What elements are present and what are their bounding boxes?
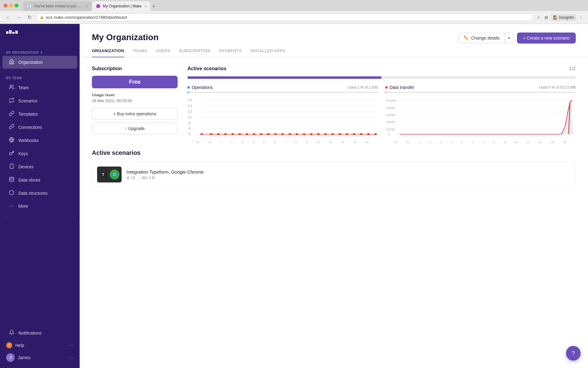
keys-icon [9, 150, 15, 157]
svg-point-38 [303, 133, 305, 135]
operations-dot [187, 86, 190, 89]
tab-close-invited[interactable]: ✕ [85, 5, 88, 8]
sidebar-item-webhooks[interactable]: Webhooks [2, 134, 77, 147]
incognito-icon: 🕵 [553, 15, 558, 20]
forward-button[interactable]: → [15, 14, 23, 21]
svg-text:0: 0 [388, 133, 390, 136]
svg-point-25 [210, 133, 213, 135]
sidebar-item-organization[interactable]: Organization [2, 56, 77, 69]
tab-installed-apps[interactable]: INSTALLED APPS [250, 48, 285, 57]
sidebar-org-dropdown-icon[interactable]: ▼ [40, 51, 43, 54]
tab-payments[interactable]: PAYMENTS [219, 48, 242, 57]
sidebar-item-templates[interactable]: Templates [2, 108, 77, 121]
menu-button[interactable]: ⋮ [578, 14, 584, 21]
data-structures-icon [9, 190, 15, 197]
scenario-stats: ⚙ 15 ↓ 961.0 B [126, 176, 204, 180]
lock-icon: 🔒 [40, 15, 44, 19]
svg-text:1000B: 1000B [385, 99, 396, 102]
subscription-title: Subscription [92, 66, 178, 71]
sidebar-item-help[interactable]: ? Help ⋯ [0, 340, 80, 351]
sidebar-item-more-label: More [18, 204, 28, 209]
tab-make[interactable]: 🟣 My Organization | Make ✕ [92, 1, 150, 11]
templates-icon [9, 111, 15, 117]
svg-rect-3 [15, 31, 18, 34]
webhooks-icon [9, 137, 15, 144]
sidebar-item-scenarios[interactable]: Scenarios [2, 94, 77, 107]
svg-marker-61 [400, 101, 574, 134]
sidebar-item-keys[interactable]: Keys [2, 147, 77, 160]
usage-reset-label: Usage reset [92, 93, 178, 97]
sidebar-item-webhooks-label: Webhooks [18, 138, 39, 143]
tab-close-make[interactable]: ✕ [144, 5, 147, 8]
address-bar[interactable]: 🔒 eu1.make.com/organization/17480/dashbo… [36, 13, 533, 21]
svg-point-32 [260, 133, 262, 135]
active-scenarios-progress-fill [187, 76, 382, 79]
sidebar-bottom: Notifications ? Help ⋯ J James ⋯ [0, 324, 80, 368]
tab-subscription[interactable]: SUBSCRIPTION [179, 48, 211, 57]
bookmark-button[interactable]: ☆ [536, 14, 542, 21]
maximize-window-button[interactable] [15, 4, 18, 7]
data-transfer-progress-bar [385, 92, 576, 93]
toolbar-actions: ☆ ⊞ 🕵 Incognito ⋮ [536, 14, 584, 21]
data-transfer-header: Data transfer Used 0 % of 512.0 MB [385, 85, 576, 90]
svg-point-44 [345, 133, 348, 135]
change-details-button[interactable]: ✏️ Change details [458, 33, 505, 43]
ops-icon: ⚙ [126, 176, 130, 180]
header-actions: ✏️ Change details ▾ + Create a new scena… [458, 33, 576, 44]
svg-point-42 [331, 133, 334, 135]
sidebar-item-more[interactable]: ⋯ More [2, 200, 77, 212]
sidebar-item-keys-label: Keys [18, 151, 28, 156]
notifications-icon [9, 330, 15, 336]
help-menu-button[interactable]: ⋯ [69, 343, 74, 348]
change-details-dropdown-button[interactable]: ▾ [505, 33, 513, 43]
tab-invited[interactable]: 📧 You've been invited to join My... ✕ [23, 1, 92, 11]
back-button[interactable]: ← [4, 14, 12, 21]
sidebar-item-connections[interactable]: Connections [2, 121, 77, 134]
scenarios-icon [9, 98, 15, 104]
connections-icon [9, 124, 15, 131]
new-tab-button[interactable]: + [151, 2, 157, 11]
main-content: My Organization ✏️ Change details ▾ + Cr… [80, 24, 588, 368]
extensions-button[interactable]: ⊞ [543, 14, 549, 21]
svg-text:600B: 600B [386, 113, 395, 117]
incognito-button[interactable]: 🕵 Incognito [551, 14, 576, 21]
svg-point-26 [217, 133, 220, 135]
logo-mark [6, 30, 74, 41]
sidebar-item-data-stores[interactable]: Data stores [2, 174, 77, 186]
close-window-button[interactable] [4, 4, 7, 7]
sidebar-item-notifications[interactable]: Notifications [2, 327, 77, 339]
traffic-lights [4, 4, 18, 7]
svg-point-30 [246, 133, 248, 135]
active-scenarios-metric-title: Active scenarios [187, 66, 226, 71]
svg-text:400B: 400B [386, 121, 395, 124]
svg-point-46 [360, 133, 363, 135]
active-scenarios-title: Active scenarios [92, 149, 576, 156]
svg-text:12: 12 [187, 110, 192, 113]
support-fab[interactable]: ? [566, 346, 581, 361]
edit-icon: ✏️ [463, 36, 469, 40]
sidebar-user[interactable]: J James ⋯ [0, 351, 80, 364]
svg-point-40 [317, 133, 320, 135]
tab-users[interactable]: USERS [156, 48, 170, 57]
minimize-window-button[interactable] [9, 4, 13, 7]
data-x-labels: 30.31.1.2.3.4.5.6.7.8.9.10.15.20.25.28. [385, 141, 576, 144]
sidebar-section-org: MY ORGANIZATION ▼ Organization [0, 46, 80, 71]
svg-text:200B: 200B [386, 128, 395, 131]
sidebar-item-devices[interactable]: Devices [2, 160, 77, 173]
sidebar-item-data-structures[interactable]: Data structures [2, 187, 77, 200]
user-menu-button[interactable]: ⋯ [69, 355, 74, 361]
upgrade-button[interactable]: ↑ Upgrade [92, 123, 178, 134]
refresh-button[interactable]: ↻ [26, 14, 33, 21]
incognito-label: Incognito [559, 15, 574, 20]
browser-toolbar: ← → ↻ 🔒 eu1.make.com/organization/17480/… [0, 11, 588, 24]
buy-extra-operations-button[interactable]: + Buy extra operations [92, 108, 178, 120]
create-scenario-button[interactable]: + Create a new scenario [517, 33, 576, 44]
svg-text:8: 8 [188, 121, 191, 125]
upgrade-label: ↑ Upgrade [125, 126, 145, 131]
operations-progress-fill [187, 92, 189, 93]
svg-point-37 [296, 133, 298, 135]
tab-teams[interactable]: TEAMS [133, 48, 147, 57]
tab-organization[interactable]: ORGANIZATION [92, 48, 124, 57]
sidebar-item-team[interactable]: Team [2, 81, 77, 94]
help-icon: ? [6, 342, 12, 348]
